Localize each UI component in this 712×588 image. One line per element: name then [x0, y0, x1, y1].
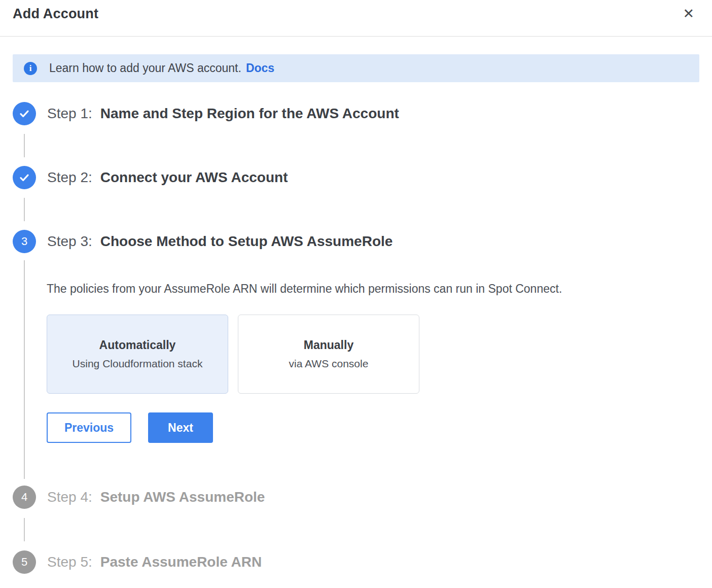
- banner-text: Learn how to add your AWS account.: [49, 61, 241, 75]
- steps-list: Step 1: Name and Step Region for the AWS…: [13, 102, 699, 574]
- step-1-check-icon: [13, 102, 36, 125]
- step-3-row: 3 Step 3: Choose Method to Setup AWS Ass…: [13, 230, 699, 253]
- docs-link[interactable]: Docs: [246, 61, 274, 75]
- step-1-title: Name and Step Region for the AWS Account: [100, 106, 399, 122]
- modal-header: Add Account ✕: [0, 0, 712, 37]
- step-3-number-badge: 3: [13, 230, 36, 253]
- step-5-prefix: Step 5:: [47, 554, 92, 570]
- method-card-automatically[interactable]: Automatically Using Cloudformation stack: [47, 315, 228, 394]
- previous-button[interactable]: Previous: [47, 412, 131, 443]
- step-4-number-badge: 4: [13, 486, 36, 509]
- method-card-subtitle: via AWS console: [289, 358, 369, 370]
- step-3-title: Choose Method to Setup AWS AssumeRole: [100, 233, 393, 250]
- step-1-row: Step 1: Name and Step Region for the AWS…: [13, 102, 699, 125]
- step-connector-4-5: [24, 518, 25, 541]
- step-5-number: 5: [21, 556, 27, 569]
- close-button[interactable]: ✕: [681, 6, 696, 22]
- info-icon: i: [24, 62, 37, 75]
- method-card-manually[interactable]: Manually via AWS console: [238, 315, 419, 394]
- method-cards: Automatically Using Cloudformation stack…: [47, 315, 699, 394]
- step-3-number: 3: [21, 235, 27, 248]
- step-2-prefix: Step 2:: [47, 169, 92, 186]
- method-card-title: Manually: [304, 338, 353, 352]
- step-connector-1-2: [24, 134, 25, 157]
- step-connector-2-3: [24, 198, 25, 221]
- step-1-prefix: Step 1:: [47, 106, 92, 122]
- step-3-content: The policies from your AssumeRole ARN wi…: [24, 260, 699, 479]
- step-2-title: Connect your AWS Account: [100, 169, 288, 186]
- step-5-title: Paste AssumeRole ARN: [100, 554, 262, 570]
- step-3-actions: Previous Next: [47, 412, 699, 443]
- modal-title: Add Account: [13, 6, 98, 22]
- close-icon: ✕: [683, 6, 694, 21]
- step-3-description: The policies from your AssumeRole ARN wi…: [47, 281, 699, 296]
- step-4-prefix: Step 4:: [47, 489, 92, 505]
- method-card-subtitle: Using Cloudformation stack: [73, 358, 203, 370]
- step-3-prefix: Step 3:: [47, 233, 92, 250]
- step-5-row: 5 Step 5: Paste AssumeRole ARN: [13, 550, 699, 574]
- modal-body: i Learn how to add your AWS account. Doc…: [0, 54, 712, 574]
- step-4-number: 4: [21, 491, 27, 504]
- step-4-title: Setup AWS AssumeRole: [100, 489, 265, 505]
- step-2-row: Step 2: Connect your AWS Account: [13, 166, 699, 189]
- step-2-check-icon: [13, 166, 36, 189]
- next-button[interactable]: Next: [148, 412, 213, 443]
- step-5-number-badge: 5: [13, 550, 36, 574]
- info-banner: i Learn how to add your AWS account. Doc…: [13, 54, 699, 82]
- method-card-title: Automatically: [99, 338, 176, 352]
- step-4-row: 4 Step 4: Setup AWS AssumeRole: [13, 486, 699, 509]
- add-account-modal: Add Account ✕ i Learn how to add your AW…: [0, 0, 712, 574]
